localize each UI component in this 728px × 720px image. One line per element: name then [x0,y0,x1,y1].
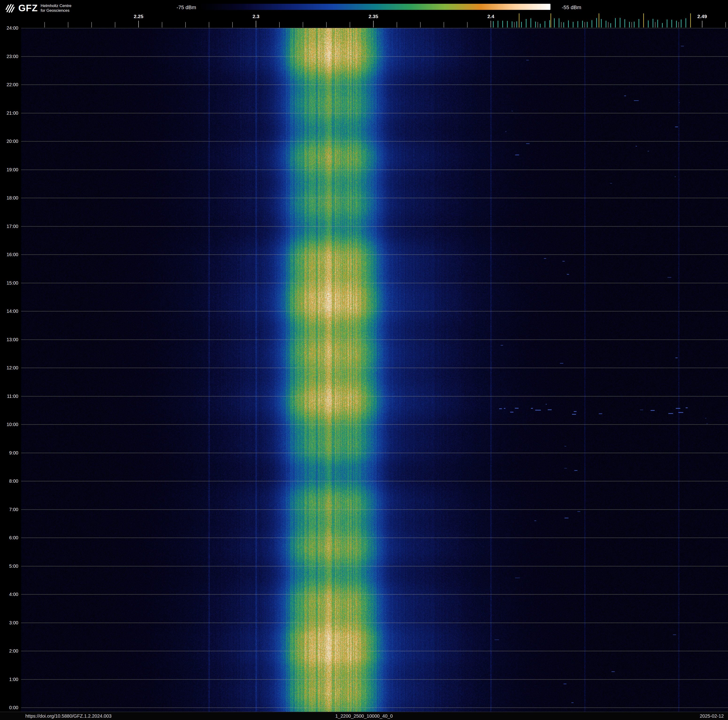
channel-marker-tick [653,19,653,28]
time-tick-label: 19:00 [2,167,18,172]
logo-subtitle-line2: for Geosciences [41,8,71,13]
channel-marker-tick [502,21,503,28]
freq-major-tick [702,21,702,28]
channel-marker-tick [549,20,550,28]
time-tick-label: 23:00 [2,54,18,59]
time-tick-label: 4:00 [2,592,18,597]
channel-marker-tick [596,18,597,28]
freq-tick-label: 2.25 [134,14,144,19]
time-tick-label: 17:00 [2,224,18,229]
freq-tick-label: 2.35 [369,14,378,19]
freq-major-tick [256,21,256,28]
spectrogram-page: GFZ Helmholtz Centre for Geosciences -75… [0,0,728,720]
freq-minor-tick [444,22,444,28]
spectrogram-canvas [21,28,728,712]
time-tick-label: 13:00 [2,337,18,342]
time-tick-label: 7:00 [2,507,18,512]
channel-marker-tick [634,21,635,28]
channel-marker-tick [601,19,602,28]
channel-marker-tick [681,20,682,28]
date-label: 2025-02-12 [700,714,724,719]
logo-brand: GFZ [18,3,38,14]
time-tick-label: 14:00 [2,308,18,314]
channel-marker-tick [676,21,677,28]
channel-marker-tick [498,21,498,28]
colorbar-max-label: -55 dBm [562,5,581,11]
freq-minor-tick [162,22,162,28]
time-tick-label: 12:00 [2,365,18,371]
time-tick-label: 15:00 [2,280,18,285]
freq-minor-tick [608,22,609,28]
freq-major-tick [491,21,491,28]
channel-marker-tick [559,18,560,28]
channel-marker-tick [568,20,569,28]
channel-marker-tick [624,19,625,28]
freq-minor-tick [350,22,350,28]
time-tick-label: 1:00 [2,677,18,682]
channel-marker-tick [662,23,663,28]
channel-marker-tick [685,18,686,28]
freq-major-tick [373,21,374,28]
colorbar-min-label: -75 dBm [163,5,196,11]
dataset-id: 1_2200_2500_10000_40_0 [335,714,393,719]
channel-marker-tick [512,21,512,28]
freq-minor-tick [185,22,186,28]
freq-minor-tick [326,22,327,28]
channel-marker-tick [573,22,574,28]
channel-marker-tick [671,20,672,28]
freq-minor-tick [303,22,303,28]
freq-tick-label: 2.3 [252,14,259,19]
freq-tick-label: 2.49 [697,14,707,19]
time-tick-label: 6:00 [2,535,18,541]
freq-minor-tick [397,22,397,28]
time-tick-label: 9:00 [2,450,18,455]
time-tick-label: 3:00 [2,620,18,625]
time-tick-label: 20:00 [2,139,18,144]
doi-link[interactable]: https://doi.org/10.5880/GFZ.1.2.2024.003 [25,714,112,719]
time-tick-label: 24:00 [2,25,18,31]
freq-minor-tick [584,22,585,28]
freq-minor-tick [279,22,280,28]
time-tick-label: 22:00 [2,82,18,87]
highlighted-channel-tick [551,14,551,28]
footer: https://doi.org/10.5880/GFZ.1.2.2024.003… [0,712,728,720]
freq-minor-tick [467,22,468,28]
channel-marker-tick [521,22,522,28]
channel-marker-tick [629,22,630,28]
channel-marker-tick [540,24,541,28]
freq-minor-tick [68,22,68,28]
freq-minor-tick [725,22,726,28]
colorbar [200,4,551,10]
freq-minor-tick [420,22,421,28]
channel-marker-tick [606,21,606,28]
freq-minor-tick [538,22,538,28]
logo-subtitle-line1: Helmholtz Centre [41,3,71,8]
highlighted-channel-tick [690,14,691,28]
channel-marker-tick [535,21,536,28]
channel-marker-tick [667,20,667,28]
channel-marker-tick [507,21,508,28]
channel-marker-tick [578,21,578,28]
freq-minor-tick [561,22,561,28]
channel-marker-tick [582,21,583,28]
time-tick-label: 10:00 [2,422,18,427]
freq-minor-tick [209,22,209,28]
time-tick-label: 18:00 [2,195,18,201]
time-tick-label: 8:00 [2,478,18,484]
channel-marker-tick [563,22,564,28]
highlighted-channel-tick [643,14,644,28]
time-tick-label: 16:00 [2,252,18,257]
freq-minor-tick [632,22,632,28]
channel-marker-tick [639,19,639,28]
freq-major-tick [138,21,139,28]
logo-subtitle: Helmholtz Centre for Geosciences [41,3,71,13]
freq-minor-tick [91,22,92,28]
time-tick-label: 21:00 [2,110,18,116]
freq-tick-label: 2.4 [487,14,494,19]
channel-marker-tick [554,18,555,28]
freq-minor-tick [514,22,514,28]
channel-marker-tick [493,21,494,28]
channel-marker-tick [657,20,658,28]
channel-marker-tick [531,18,531,28]
channel-marker-tick [615,18,616,28]
